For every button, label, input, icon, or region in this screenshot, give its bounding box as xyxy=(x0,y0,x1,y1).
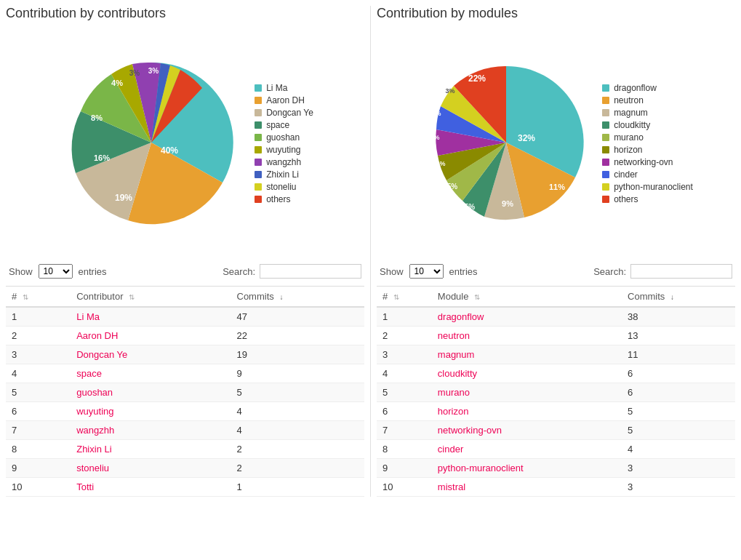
cell-contributor-name[interactable]: Dongcan Ye xyxy=(71,345,231,364)
col-header-module[interactable]: Module ⇅ xyxy=(432,287,622,308)
cell-module-name[interactable]: mistral xyxy=(432,478,622,497)
cell-module-name[interactable]: dragonflow xyxy=(432,307,622,327)
cell-contributor-name[interactable]: guoshan xyxy=(71,383,231,402)
cell-module-name[interactable]: neutron xyxy=(432,327,622,345)
table-row: 10 Totti 1 xyxy=(6,478,364,497)
table-row: 4 space 9 xyxy=(6,364,364,383)
contributors-table-section: # ⇅ Contributor ⇅ Commits ↓ 1 Li Ma 47 2… xyxy=(6,286,364,497)
col-header-contributor[interactable]: Contributor ⇅ xyxy=(71,287,231,308)
legend-item-others-right: others xyxy=(602,194,693,204)
col-header-num-right[interactable]: # ⇅ xyxy=(377,287,432,308)
table-row: 1 Li Ma 47 xyxy=(6,307,364,327)
contributors-table-header-row: # ⇅ Contributor ⇅ Commits ↓ xyxy=(6,287,364,308)
legend-label-cloudkitty: cloudkitty xyxy=(614,120,650,130)
legend-item-murano: murano xyxy=(602,132,693,143)
mod-label-python: 3% xyxy=(446,87,455,95)
cell-commits: 1 xyxy=(231,478,365,497)
table-row: 9 python-muranoclient 3 xyxy=(377,459,735,478)
cell-contributor-name[interactable]: wuyuting xyxy=(71,402,231,421)
legend-item-neutron: neutron xyxy=(602,95,693,105)
cell-module-name[interactable]: horizon xyxy=(432,402,622,421)
cell-commits: 4 xyxy=(231,421,365,440)
pie-label-lima: 40% xyxy=(161,145,178,156)
modules-panel: Contribution by modules xyxy=(371,0,741,503)
cell-commits: 13 xyxy=(622,327,735,345)
legend-label-dongcan: Dongcan Ye xyxy=(266,108,313,118)
cell-commits: 47 xyxy=(231,307,365,327)
cell-num: 9 xyxy=(6,459,71,478)
legend-dot-zhixin xyxy=(255,171,262,178)
cell-module-name[interactable]: cinder xyxy=(432,440,622,459)
legend-item-horizon: horizon xyxy=(602,145,693,155)
cell-num: 6 xyxy=(6,402,71,421)
mod-label-horizon: 4% xyxy=(436,160,446,167)
modules-controls: Show 102550100 entries Search: xyxy=(377,260,735,283)
legend-dot-wangzhh xyxy=(255,159,262,166)
legend-dot-others-left xyxy=(255,196,262,203)
legend-label-horizon: horizon xyxy=(614,145,642,155)
cell-num: 5 xyxy=(377,383,432,402)
cell-commits: 2 xyxy=(231,440,365,459)
cell-contributor-name[interactable]: Li Ma xyxy=(71,307,231,327)
table-row: 5 murano 6 xyxy=(377,383,735,402)
pie-label-aaron: 19% xyxy=(115,193,132,203)
legend-label-neutron: neutron xyxy=(614,95,644,105)
cell-module-name[interactable]: murano xyxy=(432,383,622,402)
cell-contributor-name[interactable]: wangzhh xyxy=(71,421,231,440)
cell-num: 1 xyxy=(377,307,432,327)
legend-dot-guoshan xyxy=(255,134,262,141)
legend-dot-dongcan xyxy=(255,109,262,116)
contributors-table: # ⇅ Contributor ⇅ Commits ↓ 1 Li Ma 47 2… xyxy=(6,286,364,497)
col-header-num-left[interactable]: # ⇅ xyxy=(6,287,71,308)
legend-label-others-left: others xyxy=(266,194,290,204)
cell-module-name[interactable]: magnum xyxy=(432,345,622,364)
col-header-commits-right[interactable]: Commits ↓ xyxy=(622,287,735,308)
search-input-left[interactable] xyxy=(260,264,361,279)
legend-dot-murano xyxy=(602,134,609,141)
show-select-left[interactable]: 102550100 xyxy=(39,264,73,279)
legend-item-python-muranoclient: python-muranoclient xyxy=(602,182,693,192)
table-row: 3 Dongcan Ye 19 xyxy=(6,345,364,364)
cell-num: 2 xyxy=(377,327,432,345)
table-row: 1 dragonflow 38 xyxy=(377,307,735,327)
legend-label-space: space xyxy=(266,120,289,130)
pie-label-space: 8% xyxy=(91,113,103,122)
cell-commits: 4 xyxy=(622,440,735,459)
show-select-right[interactable]: 102550100 xyxy=(409,264,444,279)
table-row: 7 wangzhh 4 xyxy=(6,421,364,440)
mod-label-cloudkitty: 5% xyxy=(465,203,476,211)
cell-contributor-name[interactable]: Zhixin Li xyxy=(71,440,231,459)
mod-label-cinder: 4% xyxy=(432,110,441,117)
mod-label-ovn: 4% xyxy=(430,134,440,141)
modules-table-section: # ⇅ Module ⇅ Commits ↓ 1 dragonflow 38 2… xyxy=(377,286,735,497)
modules-title: Contribution by modules xyxy=(377,6,735,21)
cell-num: 2 xyxy=(6,327,71,345)
table-row: 8 cinder 4 xyxy=(377,440,735,459)
legend-label-cinder: cinder xyxy=(614,169,638,180)
cell-contributor-name[interactable]: Totti xyxy=(71,478,231,497)
legend-label-lima: Li Ma xyxy=(266,83,287,93)
legend-item-cloudkitty: cloudkitty xyxy=(602,120,693,130)
legend-label-wangzhh: wangzhh xyxy=(266,157,301,167)
legend-label-others-right: others xyxy=(614,194,638,204)
cell-commits: 5 xyxy=(622,421,735,440)
cell-commits: 6 xyxy=(622,364,735,383)
cell-contributor-name[interactable]: stoneliu xyxy=(71,459,231,478)
col-header-commits-left[interactable]: Commits ↓ xyxy=(231,287,365,308)
legend-dot-cinder xyxy=(602,171,609,178)
cell-module-name[interactable]: networking-ovn xyxy=(432,421,622,440)
cell-module-name[interactable]: python-muranoclient xyxy=(432,459,622,478)
cell-contributor-name[interactable]: Aaron DH xyxy=(71,327,231,345)
legend-label-dragonflow: dragonflow xyxy=(614,83,657,93)
modules-chart-area: 32% 11% 9% 5% 5% 4% 4% 4% 3% 22% dragonf… xyxy=(377,27,735,260)
search-input-right[interactable] xyxy=(630,264,732,279)
legend-label-wuyuting: wuyuting xyxy=(266,145,300,155)
cell-contributor-name[interactable]: space xyxy=(71,364,231,383)
contributors-pie-chart: 40% 19% 16% 8% 4% 3% 3% xyxy=(57,48,246,239)
table-row: 6 horizon 5 xyxy=(377,402,735,421)
legend-label-zhixin: Zhixin Li xyxy=(266,169,299,180)
cell-module-name[interactable]: cloudkitty xyxy=(432,364,622,383)
legend-item-guoshan: guoshan xyxy=(255,132,313,143)
legend-dot-stoneliu xyxy=(255,183,262,191)
legend-item-dragonflow: dragonflow xyxy=(602,83,693,93)
